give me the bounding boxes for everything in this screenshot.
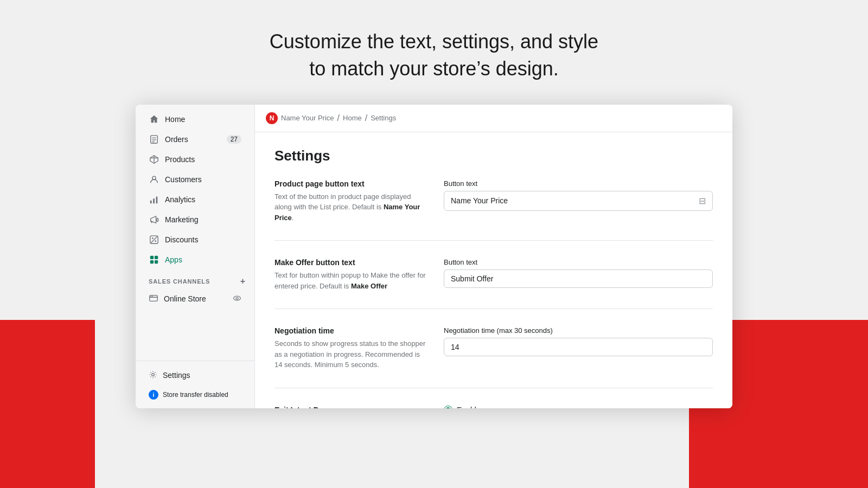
setting-row-make-offer: Make Offer button text Text for button w… — [275, 258, 713, 309]
setting-label-negotiation-time: Negotiation time Seconds to show progres… — [275, 326, 426, 370]
setting-row-product-button: Product page button text Text of the but… — [275, 179, 713, 241]
settings-page-title: Settings — [275, 147, 713, 164]
sidebar-bottom: Settings i Store transfer disabled — [136, 361, 254, 408]
exit-intent-input-col: Enable Disable — [444, 406, 713, 408]
sidebar: Home Orders 27 Products — [136, 105, 255, 408]
svg-point-23 — [152, 296, 153, 297]
online-store-icon — [149, 293, 158, 305]
headline: Customize the text, settings, and style … — [0, 28, 868, 83]
headline-line1: Customize the text, settings, and style — [270, 30, 598, 53]
svg-rect-8 — [150, 201, 152, 203]
setting-row-negotiation-time: Negotiation time Seconds to show progres… — [275, 326, 713, 388]
settings-content: Settings Product page button text Text o… — [255, 132, 732, 408]
sidebar-item-online-store[interactable]: Online Store — [140, 289, 250, 309]
sidebar-item-apps[interactable]: Apps — [140, 250, 250, 269]
breadcrumb-app-name[interactable]: Name Your Price — [281, 114, 334, 122]
negotiation-time-input-col: Negotiation time (max 30 seconds) — [444, 326, 713, 370]
discounts-icon — [149, 234, 159, 245]
product-button-description: Text of the button in product page displ… — [275, 191, 426, 223]
setting-label-product-button: Product page button text Text of the but… — [275, 179, 426, 223]
breadcrumb: N Name Your Price / Home / Settings — [255, 105, 732, 132]
product-button-label: Product page button text — [275, 179, 426, 188]
app-window: Home Orders 27 Products — [136, 105, 732, 408]
product-button-input-wrapper: ⊟ — [444, 191, 713, 211]
svg-rect-9 — [153, 198, 155, 203]
orders-badge: 27 — [227, 135, 241, 144]
negotiation-time-description: Seconds to show progress status to the s… — [275, 338, 426, 370]
product-button-input-label: Button text — [444, 179, 713, 188]
product-button-input[interactable] — [451, 196, 699, 205]
make-offer-input-col: Button text — [444, 258, 713, 291]
gear-icon — [149, 370, 157, 381]
sidebar-item-home[interactable]: Home — [140, 110, 250, 129]
sidebar-item-apps-label: Apps — [165, 255, 182, 264]
sidebar-settings-item[interactable]: Settings — [140, 366, 250, 385]
home-icon — [149, 114, 159, 125]
sidebar-item-orders-label: Orders — [165, 135, 188, 144]
sidebar-item-discounts-label: Discounts — [165, 235, 198, 244]
setting-row-exit-intent: Exit Intent Popup Show exit intent popup… — [275, 406, 713, 408]
svg-point-13 — [155, 240, 156, 242]
svg-point-24 — [234, 296, 241, 300]
orders-icon — [149, 134, 159, 145]
headline-line2: to match your store’s design. — [309, 57, 559, 80]
store-transfer-bar: i Store transfer disabled — [140, 386, 250, 404]
sidebar-item-customers[interactable]: Customers — [140, 170, 250, 189]
negotiation-time-input[interactable] — [451, 343, 706, 351]
headline-area: Customize the text, settings, and style … — [0, 0, 868, 105]
svg-point-11 — [157, 218, 158, 221]
products-icon — [149, 154, 159, 165]
svg-rect-10 — [156, 196, 158, 203]
negotiation-time-input-wrapper — [444, 338, 713, 356]
make-offer-description: Text for button within popup to Make the… — [275, 270, 426, 291]
sidebar-item-customers-label: Customers — [165, 175, 202, 184]
marketing-icon — [149, 214, 159, 225]
make-offer-input-label: Button text — [444, 258, 713, 266]
setting-label-exit-intent: Exit Intent Popup Show exit intent popup… — [275, 406, 426, 408]
svg-rect-19 — [155, 260, 158, 264]
negotiation-time-input-label: Negotiation time (max 30 seconds) — [444, 326, 713, 335]
info-icon: i — [149, 390, 158, 400]
svg-point-12 — [152, 237, 154, 239]
svg-point-26 — [152, 373, 155, 376]
sidebar-item-marketing[interactable]: Marketing — [140, 210, 250, 229]
svg-line-14 — [151, 236, 157, 242]
make-offer-label: Make Offer button text — [275, 258, 426, 267]
exit-intent-enable-label: Enable — [457, 406, 481, 408]
analytics-icon — [149, 194, 159, 205]
sidebar-item-home-label: Home — [165, 115, 185, 124]
sidebar-item-orders[interactable]: Orders 27 — [140, 130, 250, 149]
sidebar-item-marketing-label: Marketing — [165, 215, 198, 224]
svg-point-25 — [236, 297, 238, 299]
svg-rect-18 — [150, 260, 154, 264]
exit-intent-enable-input[interactable] — [444, 406, 452, 408]
customers-icon — [149, 174, 159, 185]
sidebar-item-products[interactable]: Products — [140, 150, 250, 169]
sales-channels-title: SALES CHANNELS + — [136, 270, 254, 288]
exit-intent-enable-radio[interactable]: Enable — [444, 406, 713, 408]
breadcrumb-home[interactable]: Home — [343, 114, 362, 122]
store-transfer-label: Store transfer disabled — [163, 391, 228, 399]
sidebar-item-discounts[interactable]: Discounts — [140, 230, 250, 249]
sidebar-item-analytics[interactable]: Analytics — [140, 190, 250, 209]
sidebar-item-analytics-label: Analytics — [165, 195, 195, 204]
negotiation-time-label: Negotiation time — [275, 326, 426, 335]
make-offer-input-wrapper — [444, 269, 713, 288]
add-sales-channel-button[interactable]: + — [240, 277, 246, 286]
svg-rect-16 — [150, 256, 154, 259]
main-content: N Name Your Price / Home / Settings Sett… — [255, 105, 732, 408]
breadcrumb-current: Settings — [371, 114, 396, 122]
exit-intent-radio-group: Enable Disable — [444, 406, 713, 408]
app-logo: N — [266, 112, 278, 124]
online-store-label: Online Store — [164, 294, 206, 303]
eye-icon[interactable] — [233, 294, 241, 304]
setting-label-make-offer: Make Offer button text Text for button w… — [275, 258, 426, 291]
product-button-clear-icon[interactable]: ⊟ — [699, 196, 706, 206]
breadcrumb-sep2: / — [365, 113, 367, 123]
product-button-input-col: Button text ⊟ — [444, 179, 713, 223]
svg-rect-17 — [155, 256, 158, 259]
make-offer-input[interactable] — [451, 274, 706, 283]
bg-red-left — [0, 320, 95, 488]
svg-point-22 — [151, 296, 152, 297]
sidebar-nav: Home Orders 27 Products — [136, 105, 254, 361]
